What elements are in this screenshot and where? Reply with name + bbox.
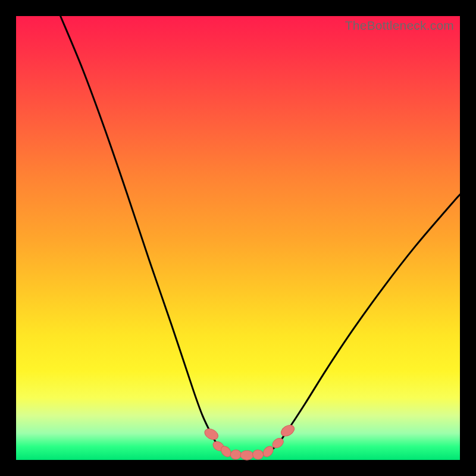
curve-left-branch (61, 16, 225, 453)
curve-markers (203, 423, 296, 461)
chart-svg (16, 16, 460, 460)
curve-marker (203, 427, 220, 441)
curve-right-branch (269, 195, 460, 452)
curve-marker (279, 423, 296, 439)
plot-area: TheBottleneck.com (16, 16, 460, 460)
curve-marker (240, 450, 253, 460)
outer-frame: TheBottleneck.com (0, 0, 476, 476)
curve-marker (252, 449, 264, 460)
curve-marker (230, 449, 242, 460)
